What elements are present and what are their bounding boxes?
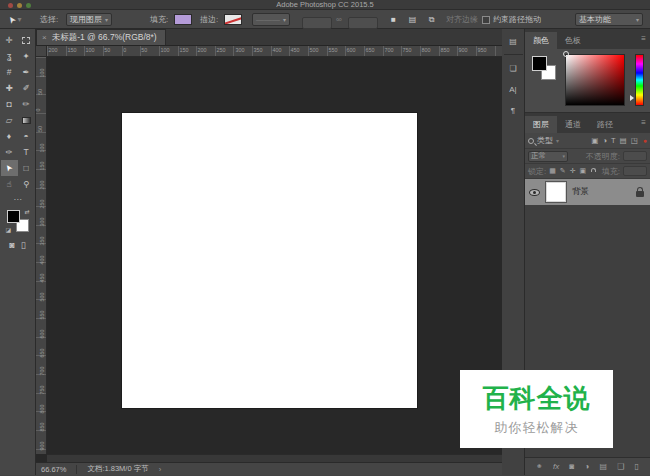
h-ruler-label: 800 [422, 47, 431, 52]
layer-thumbnail[interactable] [546, 182, 566, 202]
visibility-eye-icon[interactable] [529, 189, 540, 196]
pen-tool[interactable]: ✑ [1, 144, 18, 160]
stroke-color-swatch[interactable] [224, 14, 242, 25]
edit-toolbar-button[interactable]: ⋯ [14, 195, 22, 204]
filter-adjustment-icon[interactable]: ◑ [602, 136, 607, 145]
v-ruler-label: 50 [38, 126, 43, 132]
marquee-tool[interactable] [18, 32, 35, 48]
path-operations-button[interactable]: ■ [386, 13, 401, 27]
fill-field[interactable] [623, 166, 647, 176]
minimize-window-button[interactable] [17, 3, 22, 8]
gradient-tool[interactable] [18, 112, 35, 128]
close-window-button[interactable] [8, 3, 13, 8]
panel-menu-icon[interactable]: ≡ [641, 34, 646, 43]
foreground-color-chip[interactable] [532, 56, 547, 71]
panel-menu-icon[interactable]: ≡ [641, 118, 646, 127]
v-ruler-label: 100 [39, 143, 44, 152]
eyedropper-tool[interactable]: ✒ [18, 64, 35, 80]
workspace-dropdown[interactable]: 基本功能 ▾ [575, 13, 643, 26]
hue-slider-marker[interactable] [630, 95, 634, 101]
horizontal-ruler[interactable]: 2001501005005010015020025030035040045050… [47, 46, 502, 57]
default-colors-icon[interactable]: ◪ [6, 226, 12, 233]
filter-toggle-icon[interactable]: ● [643, 137, 647, 144]
new-group-icon[interactable]: ▤ [599, 462, 607, 471]
lock-paint-icon[interactable]: ✎ [560, 167, 566, 175]
quick-selection-tool[interactable]: ✦ [18, 48, 35, 64]
v-ruler-label: 200 [39, 180, 44, 189]
shape-height-field[interactable] [348, 13, 378, 32]
libraries-panel-icon[interactable]: ❏ [504, 60, 523, 77]
document-tab[interactable]: × 未标题-1 @ 66.7%(RGB/8*) [36, 29, 166, 45]
horizontal-scrollbar[interactable] [47, 454, 502, 462]
stroke-style-dropdown[interactable]: ——— ▾ [252, 13, 290, 26]
link-layers-icon[interactable]: ⚭ [536, 462, 543, 471]
path-selection-tool-icon: ➤ [6, 14, 19, 26]
layer-style-icon[interactable]: fx [553, 462, 559, 471]
adjustment-layer-icon[interactable]: ◑ [584, 462, 589, 471]
h-ruler-label: 550 [328, 47, 337, 52]
blend-mode-dropdown[interactable]: 正常 ▾ [528, 151, 568, 162]
tab-channels[interactable]: 通道 [557, 116, 589, 133]
shape-width-field[interactable] [302, 13, 332, 32]
filter-image-icon[interactable]: ▣ [591, 136, 598, 145]
zoom-level[interactable]: 66.67% [41, 465, 66, 474]
v-ruler-label: 900 [39, 441, 44, 450]
delete-layer-icon[interactable]: ▯ [634, 462, 638, 471]
constrain-path-checkbox[interactable]: 约束路径拖动 [482, 10, 541, 29]
link-dimensions-icon[interactable]: ∞ [336, 10, 342, 29]
crop-tool[interactable]: # [1, 64, 18, 80]
dodge-tool[interactable]: ◓ [18, 128, 35, 144]
maximize-window-button[interactable] [26, 3, 31, 8]
filter-smart-object-icon[interactable]: ◳ [631, 136, 638, 145]
move-tool[interactable]: ✛ [1, 32, 18, 48]
filter-group-icon[interactable]: ▤ [620, 136, 627, 145]
tool-preset-picker[interactable]: ➤ ▾ [8, 10, 22, 29]
new-layer-icon[interactable]: ❑ [617, 462, 624, 471]
filter-type-icon[interactable]: T [611, 136, 616, 145]
screen-mode-button[interactable]: ▯ [21, 240, 26, 250]
path-alignment-button[interactable]: ▤ [405, 13, 420, 27]
close-tab-icon[interactable]: × [42, 33, 47, 42]
vertical-ruler[interactable]: 1005005010015020025030035040045050055060… [36, 57, 47, 454]
history-brush-tool[interactable]: ✏ [18, 96, 35, 112]
document-canvas[interactable] [122, 113, 417, 408]
quick-mask-button[interactable]: ◙ [9, 240, 14, 250]
clone-stamp-tool[interactable]: ◘ [1, 96, 18, 112]
tab-color[interactable]: 颜色 [525, 32, 557, 49]
path-arrange-button[interactable]: ⧉ [424, 13, 439, 27]
chevron-down-icon: ▾ [556, 137, 559, 144]
saturation-brightness-square[interactable] [565, 54, 625, 106]
layer-row-background[interactable]: 背景 [525, 179, 650, 205]
tab-swatches[interactable]: 色板 [557, 32, 589, 49]
fill-color-swatch[interactable] [174, 14, 192, 25]
blur-tool[interactable]: ♦ [1, 128, 18, 144]
layer-mask-icon[interactable]: ◙ [569, 462, 574, 471]
select-scope-dropdown[interactable]: 现用图层 ▾ [66, 13, 112, 26]
canvas-background [47, 57, 502, 454]
healing-brush-tool[interactable]: ✚ [1, 80, 18, 96]
swap-colors-icon[interactable]: ⇄ [24, 208, 29, 215]
type-tool[interactable]: T [18, 144, 35, 160]
lock-move-icon[interactable]: ✛ [570, 167, 576, 175]
chevron-down-icon: ▾ [105, 16, 108, 23]
brush-tool[interactable]: ✐ [18, 80, 35, 96]
path-selection-tool[interactable]: ➤ [1, 160, 18, 176]
foreground-color-chip[interactable] [7, 210, 20, 223]
lock-transparency-icon[interactable]: ▦ [549, 167, 556, 175]
properties-panel-icon[interactable]: ▤ [504, 33, 523, 55]
character-panel-icon[interactable]: A| [504, 81, 523, 98]
color-picker-marker[interactable] [563, 51, 569, 57]
tab-paths[interactable]: 路径 [589, 116, 621, 133]
tab-layers[interactable]: 图层 [525, 116, 557, 133]
status-options-arrow[interactable]: › [159, 465, 162, 474]
lasso-tool[interactable]: ʓ [1, 48, 18, 64]
lock-artboard-icon[interactable]: ▣ [580, 167, 587, 175]
filter-kind-dropdown[interactable]: 类型 [537, 135, 553, 146]
eraser-tool[interactable]: ▱ [1, 112, 18, 128]
hue-slider[interactable] [635, 54, 644, 106]
hand-tool[interactable]: ☝ [1, 176, 18, 192]
zoom-tool[interactable]: ⚲ [18, 176, 35, 192]
rectangle-tool[interactable]: □ [18, 160, 35, 176]
paragraph-panel-icon[interactable]: ¶ [504, 102, 523, 119]
opacity-field[interactable] [623, 151, 647, 161]
